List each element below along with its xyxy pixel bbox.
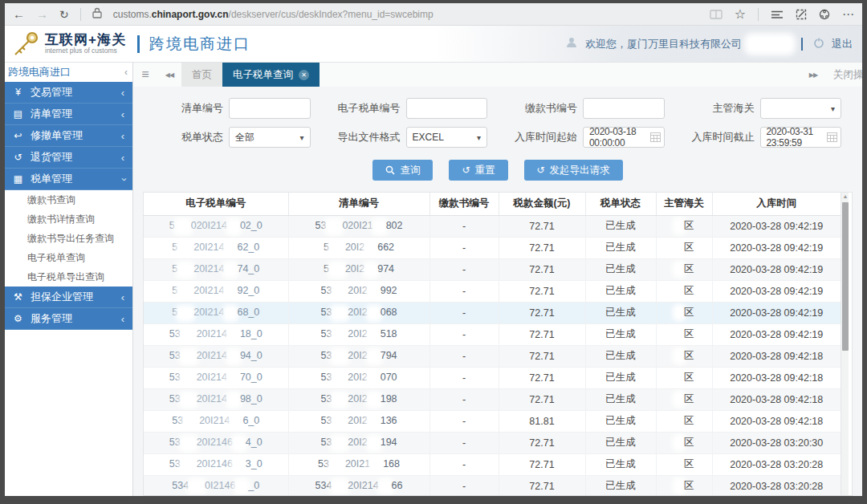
cell-pay-no: - — [429, 367, 499, 388]
cell-list-no: 5320I2194 — [288, 432, 429, 453]
cell-etax-no: 5320I21464_0 — [144, 432, 288, 453]
logout-button[interactable]: 退出 — [832, 37, 853, 51]
table-row[interactable]: 5320I21418_05320I2518-72.71已生成区2020-03-2… — [144, 323, 841, 345]
scrollbar-thumb[interactable] — [842, 202, 849, 351]
format-select[interactable]: EXCEL▾ — [406, 127, 488, 148]
cell-pay-no: - — [429, 280, 499, 302]
table-row[interactable]: 5020I21402_053020I21802-72.71已生成区2020-03… — [144, 215, 841, 237]
sidebar-subitem-etax-query[interactable]: 电子税单查询 — [5, 248, 132, 267]
cell-pay-no: - — [429, 475, 499, 496]
cell-amount: 72.71 — [499, 345, 585, 367]
cell-customs: 区 — [656, 258, 712, 280]
sidebar-item-list[interactable]: ▤清单管理‹ — [5, 104, 132, 125]
sidebar-item-return[interactable]: ↺退货管理‹ — [5, 147, 132, 169]
tab-etax-query[interactable]: 电子税单查询 ✕ — [222, 63, 320, 87]
menu-hamburger-icon[interactable]: ≡ — [133, 63, 157, 87]
tab-bar: ≡ ◀◀ 首页 电子税单查询 ✕ ▶▶ 关闭操作 — [133, 63, 862, 87]
query-form: 清单编号 电子税单编号 缴款书编号 主管海关 ▾ — [143, 96, 853, 148]
cell-etax-no: 5320I21498_0 — [144, 388, 288, 410]
table-row[interactable]: 5320I21464_05320I2194-72.71已生成区2020-03-2… — [144, 432, 841, 453]
browser-back-icon[interactable]: ← — [13, 8, 25, 20]
toolbar-divider — [758, 8, 759, 21]
cell-time: 2020-03-28 09:42:18 — [712, 367, 841, 388]
query-button[interactable]: 查询 — [372, 160, 433, 181]
sidebar-subitem-etax-export-query[interactable]: 电子税单导出查询 — [5, 267, 132, 287]
scroll-tabs-left-icon[interactable]: ◀◀ — [157, 63, 181, 87]
sidebar-item-label: 退货管理 — [31, 150, 72, 165]
cell-pay-no: - — [429, 432, 499, 453]
more-options-icon[interactable]: ⋯ — [842, 8, 854, 20]
table-row[interactable]: 5320I21463_05320I21168-72.71已生成区2020-03-… — [144, 453, 841, 475]
scrollbar-up-icon[interactable]: ▲ — [841, 193, 849, 199]
cell-list-no: 520I2662 — [288, 237, 429, 258]
time-end-input[interactable]: 2020-03-31 23:59:59 — [760, 127, 842, 148]
field-customs: 主管海关 ▾ — [686, 98, 842, 119]
sidebar-empty-area — [5, 330, 132, 496]
status-select[interactable]: 全部▾ — [229, 127, 311, 148]
close-tab-icon[interactable]: ✕ — [299, 70, 309, 80]
sidebar-item-amend[interactable]: ↩修撤单管理‹ — [5, 125, 132, 147]
export-request-button[interactable]: ↺ 发起导出请求 — [524, 160, 623, 181]
sidebar-item-trade[interactable]: ¥交易管理‹ — [5, 82, 132, 104]
sidebar-item-service[interactable]: ⚙服务管理‹ — [5, 308, 132, 330]
list-no-input[interactable] — [235, 103, 304, 114]
sidebar-collapse-icon[interactable]: ‹ — [124, 67, 128, 78]
cell-time: 2020-03-28 09:42:19 — [712, 323, 841, 345]
cell-status: 已生成 — [585, 410, 656, 432]
sidebar-subitem-pay-detail-query[interactable]: 缴款书详情查询 — [5, 209, 132, 229]
tab-home[interactable]: 首页 — [181, 63, 222, 87]
cell-customs: 区 — [656, 453, 712, 475]
table-scrollbar[interactable]: ▲ — [841, 193, 849, 495]
address-bar[interactable]: customs.chinaport.gov.cn/deskserver/cus/… — [113, 9, 698, 20]
table-row[interactable]: 5320I21494_05320I2794-72.71已生成区2020-03-2… — [144, 345, 841, 367]
logo-title: 互联网+海关 — [45, 33, 126, 47]
table-row[interactable]: 520I21462_0520I2662-72.71已生成区2020-03-28 … — [144, 237, 841, 258]
hub-icon[interactable] — [771, 10, 784, 19]
table-row[interactable]: 5320I2146_05320I2136-81.81已生成区2020-03-28… — [144, 410, 841, 432]
table-row[interactable]: 5320I21470_05320I2070-72.71已生成区2020-03-2… — [144, 367, 841, 388]
cell-amount: 72.71 — [499, 432, 585, 453]
app-header: 互联网+海关 internet plus of customs 跨境电商进口 欢… — [5, 26, 862, 63]
cell-status: 已生成 — [585, 475, 656, 496]
etax-no-input[interactable] — [413, 103, 482, 114]
cell-time: 2020-03-28 09:42:19 — [712, 237, 841, 258]
etax-no-label: 电子税单编号 — [332, 101, 401, 116]
customs-select[interactable]: ▾ — [760, 98, 842, 119]
browser-refresh-icon[interactable]: ↻ — [59, 9, 69, 20]
cell-pay-no: - — [429, 453, 499, 475]
favorites-star-icon[interactable]: ☆ — [735, 8, 746, 21]
sidebar-title: 跨境电商进口 ‹ — [5, 63, 132, 82]
main-area: ≡ ◀◀ 首页 电子税单查询 ✕ ▶▶ 关闭操作 清单编号 — [133, 63, 862, 496]
reading-view-icon[interactable] — [710, 10, 722, 19]
scroll-tabs-right-icon[interactable]: ▶▶ — [801, 71, 825, 79]
browser-forward-icon[interactable]: → — [36, 8, 48, 20]
search-icon — [385, 165, 395, 175]
field-time-start: 入库时间起始 2020-03-18 00:00:00 — [508, 127, 665, 148]
user-avatar-icon — [565, 36, 578, 51]
sidebar-subitem-pay-query[interactable]: 缴款书查询 — [5, 190, 132, 209]
table-row[interactable]: 520I21468_05320I2068-72.71已生成区2020-03-28… — [144, 302, 841, 323]
pay-no-input[interactable] — [589, 103, 658, 114]
cell-customs: 区 — [656, 367, 712, 388]
sidebar-item-tax[interactable]: ▦税单管理‹ — [5, 169, 132, 190]
close-operations-button[interactable]: 关闭操作 — [833, 68, 862, 82]
calendar-icon[interactable] — [650, 132, 661, 144]
reset-button[interactable]: ↺ 重置 — [449, 160, 507, 181]
cell-amount: 72.71 — [499, 453, 585, 475]
table-row[interactable]: 520I21474_0520I2974-72.71已生成区2020-03-28 … — [144, 258, 841, 280]
cell-pay-no: - — [429, 302, 499, 323]
cell-list-no: 53420I21466 — [288, 475, 429, 496]
cell-amount: 72.71 — [499, 258, 585, 280]
sidebar-subitem-pay-export-task-query[interactable]: 缴款书导出任务查询 — [5, 229, 132, 248]
table-row[interactable]: 520I21492_05320I2992-72.71已生成区2020-03-28… — [144, 280, 841, 302]
sidebar-item-guarantee[interactable]: ⚒担保企业管理‹ — [5, 287, 132, 308]
sidebar-item-label: 担保企业管理 — [31, 290, 93, 304]
cell-time: 2020-03-28 09:42:19 — [712, 280, 841, 302]
share-icon[interactable] — [819, 9, 830, 20]
time-start-input[interactable]: 2020-03-18 00:00:00 — [583, 127, 665, 148]
table-row[interactable]: 5340I2146_053420I21466-72.71已生成区2020-03-… — [144, 475, 841, 496]
table-row[interactable]: 5320I21498_05320I2198-72.71已生成区2020-03-2… — [144, 388, 841, 410]
cell-pay-no: - — [429, 345, 499, 367]
calendar-icon[interactable] — [827, 132, 837, 144]
web-note-icon[interactable] — [796, 9, 807, 20]
